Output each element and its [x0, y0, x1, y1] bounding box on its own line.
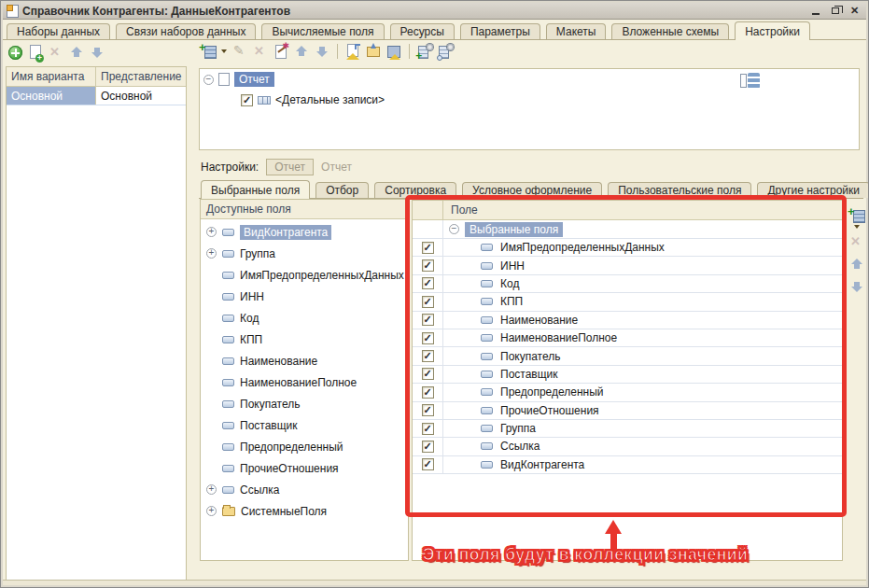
expand-icon[interactable]: + — [206, 484, 217, 495]
selected-field-label[interactable]: НаименованиеПолное — [500, 331, 617, 344]
open-variant-icon[interactable] — [366, 44, 381, 59]
selected-field-label[interactable]: Наименование — [500, 314, 578, 327]
available-field-label[interactable]: Группа — [240, 247, 275, 260]
available-field-item[interactable]: Поставщик — [201, 416, 408, 434]
save-variant-icon[interactable] — [386, 44, 401, 59]
available-field-label[interactable]: ИНН — [240, 290, 264, 303]
dropdown-caret-icon[interactable] — [221, 49, 227, 53]
report-settings-button[interactable]: Отчет — [266, 159, 314, 175]
available-field-item[interactable]: +СистемныеПоля — [201, 502, 408, 520]
variant-presentation-cell[interactable]: Основной — [96, 87, 186, 105]
field-cell[interactable]: Наименование — [443, 314, 578, 327]
detail-records-row[interactable]: ✓ <Детальные записи> — [200, 90, 859, 110]
move-down-icon[interactable] — [849, 279, 864, 294]
copy-icon[interactable] — [28, 45, 43, 60]
available-field-item[interactable]: ИНН — [201, 287, 408, 305]
selected-field-row[interactable]: ✓Наименование — [413, 312, 842, 329]
field-checkbox[interactable]: ✓ — [422, 386, 434, 399]
available-field-item[interactable]: +Группа — [201, 245, 408, 262]
tab-layouts[interactable]: Макеты — [546, 23, 607, 39]
move-up-icon[interactable] — [294, 44, 309, 59]
selected-field-label[interactable]: КПП — [500, 295, 523, 308]
available-field-label[interactable]: Ссылка — [240, 483, 279, 497]
field-checkbox[interactable]: ✓ — [422, 368, 434, 380]
selected-field-row[interactable]: ✓Группа — [413, 420, 842, 438]
field-cell[interactable]: КПП — [443, 295, 523, 308]
selected-field-row[interactable]: ✓Поставщик — [413, 366, 842, 384]
available-field-item[interactable]: Код — [201, 309, 408, 327]
variant-presentation-column-header[interactable]: Представление — [96, 67, 186, 86]
selected-field-row[interactable]: ✓ИмяПредопределенныхДанных — [413, 239, 842, 257]
move-down-icon[interactable] — [315, 44, 329, 59]
report-root-label[interactable]: Отчет — [234, 72, 274, 87]
tab-nested-schemas[interactable]: Вложенные схемы — [611, 23, 729, 39]
detail-records-label[interactable]: <Детальные записи> — [275, 93, 385, 106]
field-checkbox[interactable]: ✓ — [422, 441, 434, 453]
variant-name-cell[interactable]: Основной — [7, 87, 96, 105]
add-field-icon[interactable] — [849, 208, 864, 223]
delete-icon[interactable] — [849, 234, 864, 249]
move-up-icon[interactable] — [849, 257, 864, 272]
tab-resources[interactable]: Ресурсы — [390, 23, 455, 39]
selected-field-row[interactable]: ✓ПрочиеОтношения — [413, 402, 842, 420]
field-cell[interactable]: ВидКонтрагента — [443, 458, 584, 471]
field-checkbox[interactable]: ✓ — [422, 314, 434, 326]
available-field-item[interactable]: Покупатель — [201, 395, 408, 413]
selected-fields-group-label[interactable]: Выбранные поля — [465, 222, 563, 237]
restore-button[interactable] — [827, 5, 843, 18]
field-checkbox[interactable]: ✓ — [422, 404, 434, 416]
selected-field-row[interactable]: ✓КПП — [413, 293, 842, 311]
variant-name-column-header[interactable]: Имя варианта — [7, 67, 96, 86]
new-settings-icon[interactable]: + — [417, 44, 432, 59]
field-checkbox[interactable]: ✓ — [422, 458, 434, 470]
available-field-label[interactable]: НаименованиеПолное — [240, 376, 357, 389]
expand-icon[interactable]: + — [206, 248, 217, 259]
available-field-item[interactable]: НаименованиеПолное — [201, 373, 408, 391]
tab-data-sets[interactable]: Наборы данных — [7, 23, 110, 39]
selected-fields-group-row[interactable]: − Выбранные поля — [413, 220, 842, 239]
settings-tab-selected-fields[interactable]: Выбранные поля — [201, 180, 310, 199]
move-up-icon[interactable] — [69, 45, 84, 60]
field-cell[interactable]: Покупатель — [443, 350, 560, 363]
structure-view-icon[interactable] — [740, 73, 761, 89]
selected-field-row[interactable]: ✓Ссылка — [413, 438, 842, 455]
available-field-label[interactable]: ВидКонтрагента — [240, 225, 331, 240]
selected-field-row[interactable]: ✓Код — [413, 275, 842, 293]
detail-records-checkbox[interactable]: ✓ — [241, 94, 253, 106]
available-field-label[interactable]: КПП — [240, 333, 262, 346]
available-field-label[interactable]: Предопределенный — [240, 441, 343, 454]
field-cell[interactable]: ИНН — [443, 259, 525, 273]
browse-settings-icon[interactable] — [438, 44, 453, 59]
tab-data-set-links[interactable]: Связи наборов данных — [116, 23, 256, 39]
available-field-item[interactable]: +ВидКонтрагента — [201, 223, 408, 241]
selected-field-row[interactable]: ✓НаименованиеПолное — [413, 329, 842, 347]
field-cell[interactable]: Группа — [443, 422, 536, 435]
field-cell[interactable]: Предопределенный — [443, 385, 604, 399]
selected-field-row[interactable]: ✓Покупатель — [413, 347, 842, 365]
available-field-label[interactable]: Покупатель — [240, 398, 300, 411]
settings-tab-sorting[interactable]: Сортировка — [374, 182, 456, 198]
field-checkbox[interactable]: ✓ — [422, 332, 434, 344]
field-checkbox[interactable]: ✓ — [422, 277, 434, 289]
delete-icon[interactable] — [49, 45, 63, 60]
field-checkbox[interactable]: ✓ — [422, 350, 434, 362]
field-checkbox[interactable]: ✓ — [422, 423, 434, 435]
settings-tab-other-settings[interactable]: Другие настройки — [757, 182, 869, 198]
move-down-icon[interactable] — [90, 45, 105, 60]
selected-field-label[interactable]: Предопределенный — [500, 385, 604, 399]
tab-calculated-fields[interactable]: Вычисляемые поля — [261, 23, 384, 39]
minimize-button[interactable] — [807, 5, 823, 18]
field-column-header[interactable]: Поле — [443, 201, 842, 219]
selected-field-label[interactable]: ВидКонтрагента — [500, 458, 584, 471]
available-field-item[interactable]: ПрочиеОтношения — [201, 459, 408, 477]
available-field-label[interactable]: ИмяПредопределенныхДанных — [240, 269, 404, 282]
expand-icon[interactable]: + — [206, 227, 217, 237]
field-cell[interactable]: ПрочиеОтношения — [443, 404, 599, 417]
field-cell[interactable]: Поставщик — [443, 368, 558, 381]
available-field-label[interactable]: СистемныеПоля — [241, 505, 327, 518]
available-field-label[interactable]: ПрочиеОтношения — [240, 462, 339, 475]
add-icon[interactable] — [8, 46, 22, 60]
available-field-label[interactable]: Поставщик — [240, 419, 298, 432]
available-field-item[interactable]: +Ссылка — [201, 481, 408, 498]
collapse-icon[interactable]: − — [449, 224, 459, 234]
